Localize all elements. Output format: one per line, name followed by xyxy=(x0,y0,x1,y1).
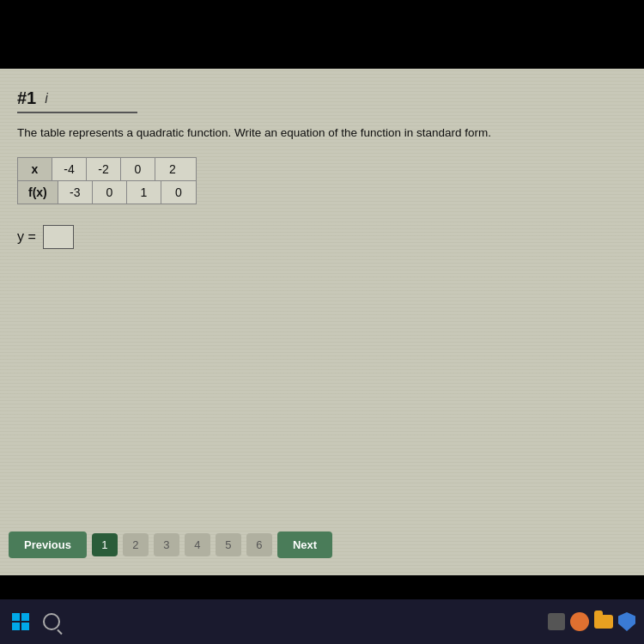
pagination-bar: Previous 1 2 3 4 5 6 Next xyxy=(9,532,332,558)
table-header-col1: -4 xyxy=(52,158,87,180)
table-header-row: x -4 -2 0 2 xyxy=(18,158,196,181)
answer-label: y = xyxy=(17,229,36,245)
page-button-6[interactable]: 6 xyxy=(246,533,272,556)
search-button[interactable] xyxy=(39,610,64,634)
windows-start-button[interactable] xyxy=(9,610,33,634)
win-square-3 xyxy=(12,623,20,630)
answer-input[interactable] xyxy=(43,225,74,249)
taskbar-shield-icon[interactable] xyxy=(618,612,635,631)
table-data-col2: 0 xyxy=(93,181,127,204)
table-data-col3: 1 xyxy=(127,181,161,204)
data-table: x -4 -2 0 2 f(x) -3 0 1 0 xyxy=(17,157,197,204)
table-data-col1: -3 xyxy=(58,181,93,204)
question-text: The table represents a quadratic functio… xyxy=(17,125,618,142)
page-button-3[interactable]: 3 xyxy=(154,533,179,556)
table-header-col2: -2 xyxy=(87,158,121,180)
table-fx-label: f(x) xyxy=(18,181,58,204)
search-icon xyxy=(43,613,60,630)
win-square-4 xyxy=(21,623,29,630)
table-header-col3: 0 xyxy=(121,158,155,180)
taskbar-browser-icon[interactable] xyxy=(570,612,589,631)
page-button-1[interactable]: 1 xyxy=(92,533,118,556)
taskbar-right xyxy=(548,612,635,631)
page-button-4[interactable]: 4 xyxy=(185,533,210,556)
win-square-2 xyxy=(21,613,29,621)
question-header: #1 i xyxy=(17,88,137,113)
content-area: #1 i The table represents a quadratic fu… xyxy=(0,73,635,290)
table-header-col4: 2 xyxy=(155,158,190,180)
page-button-2[interactable]: 2 xyxy=(123,533,149,556)
previous-button[interactable]: Previous xyxy=(9,532,87,558)
table-data-col4: 0 xyxy=(161,181,196,204)
windows-icon xyxy=(12,613,29,630)
table-header-x: x xyxy=(18,158,52,180)
info-icon[interactable]: i xyxy=(45,91,48,106)
taskbar-folder-icon[interactable] xyxy=(594,615,613,629)
win-square-1 xyxy=(12,613,20,621)
answer-row: y = xyxy=(17,225,618,249)
table-data-row: f(x) -3 0 1 0 xyxy=(18,181,196,204)
page-button-5[interactable]: 5 xyxy=(216,533,241,556)
next-button[interactable]: Next xyxy=(277,532,332,558)
taskbar xyxy=(0,599,644,644)
question-number: #1 xyxy=(17,88,36,108)
taskbar-file-explorer-icon[interactable] xyxy=(548,613,565,630)
